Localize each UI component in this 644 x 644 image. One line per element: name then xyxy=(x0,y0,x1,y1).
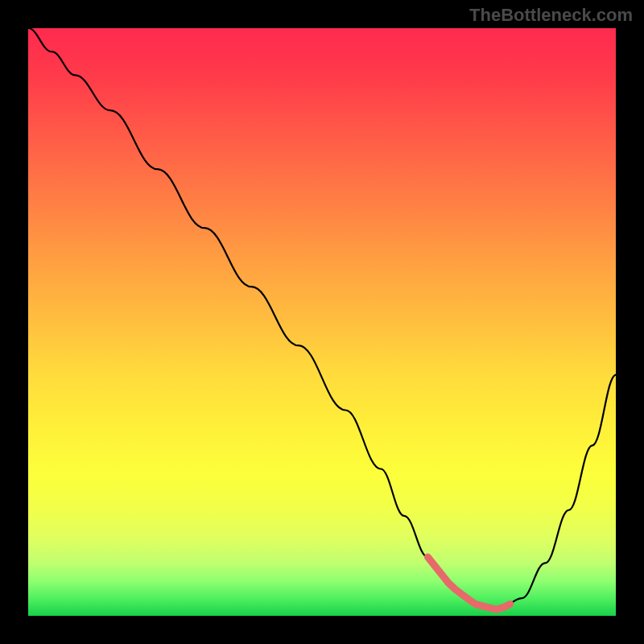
chart-svg xyxy=(28,28,616,616)
chart-plot-area xyxy=(28,28,616,616)
bottleneck-curve-path xyxy=(28,28,616,610)
watermark-text: TheBottleneck.com xyxy=(469,5,633,26)
optimal-range-highlight xyxy=(427,557,510,609)
